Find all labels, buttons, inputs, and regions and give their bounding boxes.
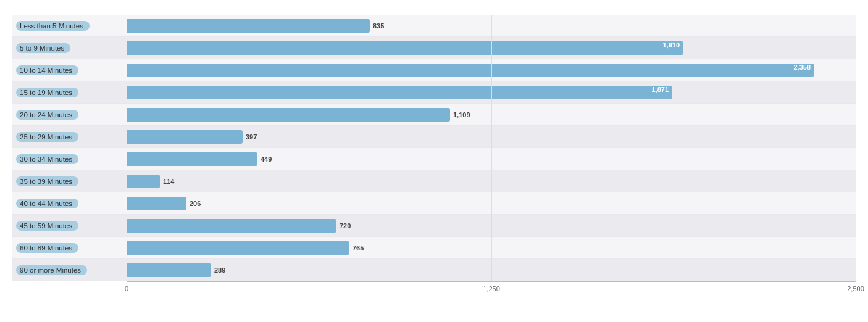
bar-label: 15 to 19 Minutes — [12, 88, 127, 97]
bar-label: 40 to 44 Minutes — [12, 199, 127, 208]
bar-label-pill: 25 to 29 Minutes — [16, 132, 78, 142]
bar-value: 397 — [246, 133, 257, 141]
bar-label: 10 to 14 Minutes — [12, 65, 127, 75]
table-row: 10 to 14 Minutes2,358 — [12, 59, 856, 81]
bar-value: 1,871 — [651, 86, 669, 93]
bar-label-pill: 30 to 34 Minutes — [16, 154, 78, 164]
bar-fill — [127, 263, 211, 277]
bar-track: 835 — [127, 19, 856, 33]
bar-value: 835 — [373, 22, 384, 30]
x-axis: 01,2502,500 — [127, 281, 856, 283]
bar-label: 35 to 39 Minutes — [12, 176, 127, 186]
bar-value: 720 — [340, 222, 351, 229]
x-axis-tick: 0 — [125, 285, 128, 292]
table-row: 15 to 19 Minutes1,871 — [12, 81, 856, 104]
bar-label: 25 to 29 Minutes — [12, 132, 127, 142]
table-row: 60 to 89 Minutes765 — [12, 237, 856, 259]
table-row: 5 to 9 Minutes1,910 — [12, 37, 856, 59]
bar-label: 60 to 89 Minutes — [12, 243, 127, 253]
bar-track: 449 — [127, 152, 856, 166]
bar-label-pill: 10 to 14 Minutes — [16, 65, 78, 75]
bar-label-pill: 35 to 39 Minutes — [16, 176, 78, 186]
table-row: 90 or more Minutes289 — [12, 259, 856, 281]
bar-label: 90 or more Minutes — [12, 265, 127, 275]
bar-fill — [127, 130, 243, 144]
chart-area: Less than 5 Minutes8355 to 9 Minutes1,91… — [12, 15, 856, 283]
bar-track: 1,109 — [127, 108, 856, 122]
bar-label: 30 to 34 Minutes — [12, 154, 127, 164]
bar-fill: 2,358 — [127, 64, 814, 77]
bar-track: 765 — [127, 241, 856, 255]
bar-track: 720 — [127, 219, 856, 233]
bar-fill — [127, 197, 186, 210]
bar-label-pill: 40 to 44 Minutes — [16, 199, 78, 208]
bar-value: 206 — [190, 200, 201, 207]
bar-fill: 1,910 — [127, 41, 683, 55]
bars-section: Less than 5 Minutes8355 to 9 Minutes1,91… — [12, 15, 856, 281]
bar-label-pill: 20 to 24 Minutes — [16, 110, 78, 120]
table-row: 45 to 59 Minutes720 — [12, 215, 856, 237]
bar-track: 397 — [127, 130, 856, 144]
bar-track: 1,871 — [127, 86, 856, 99]
bar-track: 114 — [127, 175, 856, 188]
bar-fill — [127, 219, 336, 233]
bar-fill — [127, 152, 257, 166]
table-row: 20 to 24 Minutes1,109 — [12, 104, 856, 126]
bar-value: 765 — [353, 244, 364, 252]
bar-track: 1,910 — [127, 41, 856, 55]
x-axis-tick: 2,500 — [847, 285, 864, 292]
bar-value: 289 — [214, 266, 225, 274]
bar-label-pill: 45 to 59 Minutes — [16, 221, 78, 231]
table-row: 40 to 44 Minutes206 — [12, 192, 856, 215]
bar-label-pill: 15 to 19 Minutes — [16, 88, 78, 97]
bar-track: 2,358 — [127, 64, 856, 77]
table-row: Less than 5 Minutes835 — [12, 15, 856, 37]
bar-value: 1,109 — [453, 111, 470, 118]
bar-label: 20 to 24 Minutes — [12, 110, 127, 120]
table-row: 30 to 34 Minutes449 — [12, 148, 856, 170]
chart-container: Less than 5 Minutes8355 to 9 Minutes1,91… — [0, 0, 868, 322]
bar-fill — [127, 241, 349, 255]
table-row: 35 to 39 Minutes114 — [12, 170, 856, 192]
bar-value: 449 — [261, 155, 272, 163]
bar-label: Less than 5 Minutes — [12, 21, 127, 31]
bar-fill — [127, 108, 450, 122]
bar-label-pill: 90 or more Minutes — [16, 265, 87, 275]
bar-value: 2,358 — [793, 64, 811, 71]
bar-value: 114 — [163, 178, 174, 185]
bar-label-pill: Less than 5 Minutes — [16, 21, 90, 31]
table-row: 25 to 29 Minutes397 — [12, 126, 856, 148]
bar-value: 1,910 — [662, 41, 680, 49]
bar-fill: 1,871 — [127, 86, 672, 99]
bar-label-pill: 60 to 89 Minutes — [16, 243, 78, 253]
bar-track: 289 — [127, 263, 856, 277]
bar-label-pill: 5 to 9 Minutes — [16, 43, 70, 53]
bar-fill — [127, 19, 370, 33]
x-axis-tick: 1,250 — [483, 285, 500, 292]
bar-label: 5 to 9 Minutes — [12, 43, 127, 53]
bar-track: 206 — [127, 197, 856, 210]
bar-label: 45 to 59 Minutes — [12, 221, 127, 231]
bar-fill — [127, 175, 160, 188]
